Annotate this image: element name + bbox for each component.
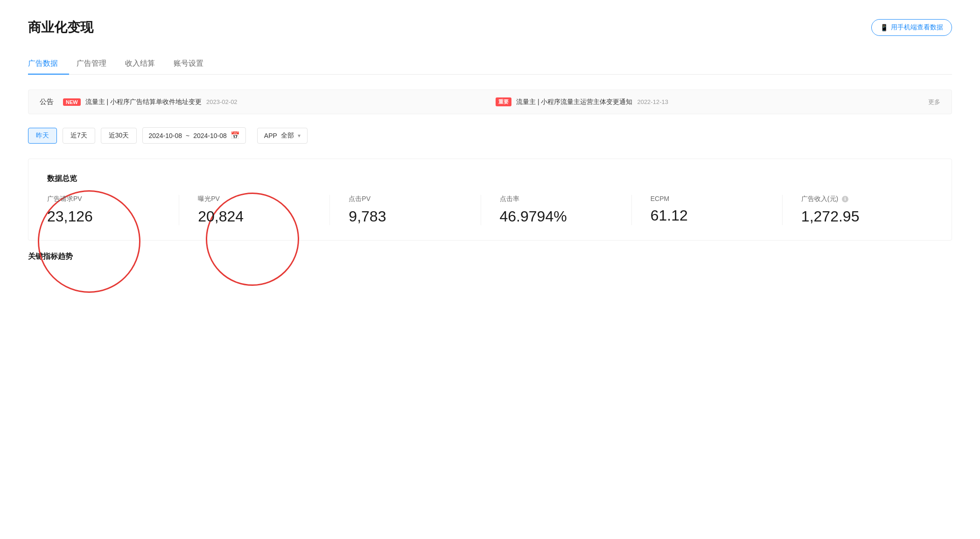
stat-value-ad-request-pv: 23,126 — [47, 208, 160, 225]
announcement-label: 公告 — [40, 97, 54, 106]
time-btn-30days[interactable]: 近30天 — [101, 128, 137, 144]
stat-value-impression-pv: 20,824 — [198, 208, 311, 225]
time-btn-7days[interactable]: 近7天 — [63, 128, 95, 144]
page-title: 商业化变现 — [28, 19, 93, 36]
stat-label-click-rate: 点击率 — [500, 195, 613, 203]
date-start: 2024-10-08 — [148, 132, 182, 139]
stat-label-click-pv: 点击PV — [349, 195, 462, 203]
main-content: 商业化变现 📱 用手机端查看数据 广告数据 广告管理 收入结算 账号设置 公告 — [0, 0, 980, 539]
app-filter[interactable]: APP 全部 ▾ — [257, 128, 308, 144]
badge-important: 重要 — [496, 97, 511, 106]
stats-grid: 广告请求PV 23,126 曝光PV 20,824 点击PV 9,783 点击率… — [47, 195, 933, 225]
date-separator: ~ — [186, 132, 189, 139]
stat-item-click-rate: 点击率 46.9794% — [481, 195, 632, 225]
stat-value-click-pv: 9,783 — [349, 208, 462, 225]
stat-label-ad-request-pv: 广告请求PV — [47, 195, 160, 203]
stat-label-impression-pv: 曝光PV — [198, 195, 311, 203]
mobile-check-button[interactable]: 📱 用手机端查看数据 — [871, 19, 952, 36]
more-link[interactable]: 更多 — [928, 98, 940, 106]
filter-bar: 昨天 近7天 近30天 2024-10-08 ~ 2024-10-08 📅 AP… — [28, 127, 952, 144]
announcement-text-2: 流量主 | 小程序流量主运营主体变更通知 — [516, 98, 632, 106]
stat-item-ecpm: ECPM 61.12 — [632, 195, 783, 225]
page-header: 商业化变现 📱 用手机端查看数据 — [28, 19, 952, 36]
tab-account-settings[interactable]: 账号设置 — [174, 53, 215, 74]
stat-item-ad-revenue: 广告收入(元) ℹ 1,272.95 — [783, 195, 933, 225]
stat-value-click-rate: 46.9794% — [500, 208, 613, 225]
stat-value-ecpm: 61.12 — [651, 207, 763, 224]
mobile-check-label: 用手机端查看数据 — [891, 23, 943, 32]
stat-item-click-pv: 点击PV 9,783 — [330, 195, 481, 225]
announcement-text-1: 流量主 | 小程序广告结算单收件地址变更 — [85, 98, 202, 106]
stat-item-impression-pv: 曝光PV 20,824 — [179, 195, 330, 225]
time-btn-yesterday[interactable]: 昨天 — [28, 128, 57, 144]
stat-label-ecpm: ECPM — [651, 195, 763, 202]
stat-item-ad-request-pv: 广告请求PV 23,126 — [47, 195, 179, 225]
chevron-down-icon: ▾ — [298, 132, 301, 139]
tab-revenue-settlement[interactable]: 收入结算 — [125, 53, 166, 74]
tabs-bar: 广告数据 广告管理 收入结算 账号设置 — [28, 53, 952, 75]
tab-ad-management[interactable]: 广告管理 — [77, 53, 118, 74]
phone-icon: 📱 — [880, 24, 888, 31]
announcement-item-2: 重要 流量主 | 小程序流量主运营主体变更通知 2022-12-13 — [496, 97, 919, 106]
announcement-item-1: NEW 流量主 | 小程序广告结算单收件地址变更 2023-02-02 — [63, 98, 486, 106]
stat-value-ad-revenue: 1,272.95 — [801, 208, 914, 225]
stat-label-ad-revenue: 广告收入(元) ℹ — [801, 195, 914, 203]
app-filter-prefix: APP — [264, 132, 277, 139]
date-range-picker[interactable]: 2024-10-08 ~ 2024-10-08 📅 — [142, 127, 245, 144]
key-indicators-title: 关键指标趋势 — [28, 252, 952, 262]
calendar-icon: 📅 — [231, 131, 240, 140]
announcement-date-1: 2023-02-02 — [206, 98, 238, 105]
stats-section-title: 数据总览 — [47, 174, 933, 184]
page-wrapper: 商业化变现 📱 用手机端查看数据 广告数据 广告管理 收入结算 账号设置 公告 — [0, 0, 980, 539]
app-filter-value: 全部 — [281, 131, 294, 140]
info-icon[interactable]: ℹ — [842, 196, 848, 202]
badge-new: NEW — [63, 98, 81, 106]
tab-ad-data[interactable]: 广告数据 — [28, 53, 69, 74]
announcement-bar: 公告 NEW 流量主 | 小程序广告结算单收件地址变更 2023-02-02 重… — [28, 90, 952, 114]
announcement-date-2: 2022-12-13 — [637, 98, 668, 105]
stats-section: 数据总览 广告请求PV 23,126 曝光PV 20,824 点击PV 9,78… — [28, 159, 952, 241]
date-end: 2024-10-08 — [193, 132, 227, 139]
